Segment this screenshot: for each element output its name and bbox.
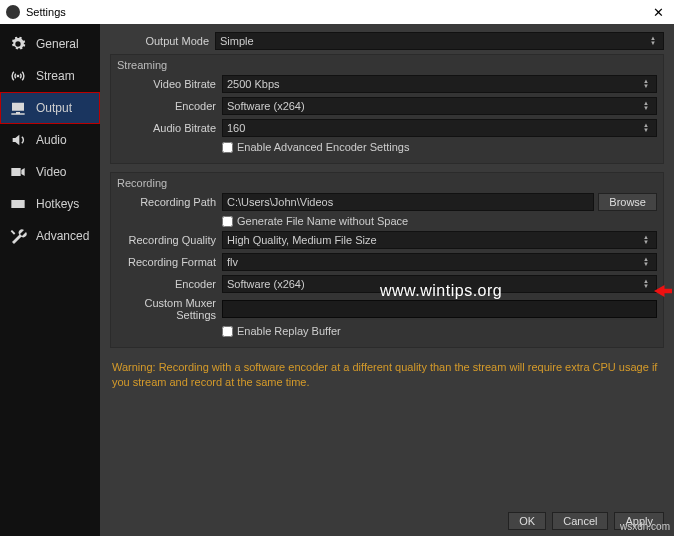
video-icon [8,164,28,180]
recording-title: Recording [117,177,657,189]
content-panel: Output Mode Simple ▲▼ Streaming Video Bi… [100,24,674,536]
chevron-updown-icon: ▲▼ [647,36,659,46]
audio-bitrate-label: Audio Bitrate [117,122,222,134]
recording-quality-label: Recording Quality [117,234,222,246]
apply-button[interactable]: Apply [614,512,664,530]
close-icon[interactable]: ✕ [649,5,668,20]
sidebar-item-label: General [36,37,79,51]
recording-path-input[interactable] [222,193,594,211]
audio-bitrate-select[interactable]: 160▲▼ [222,119,657,137]
keyboard-icon [8,196,28,212]
video-bitrate-input[interactable]: 2500 Kbps▲▼ [222,75,657,93]
stream-encoder-label: Encoder [117,100,222,112]
video-bitrate-label: Video Bitrate [117,78,222,90]
browse-button[interactable]: Browse [598,193,657,211]
rec-encoder-label: Encoder [117,278,222,290]
sidebar-item-general[interactable]: General [0,28,100,60]
chevron-updown-icon: ▲▼ [640,123,652,133]
output-icon [8,100,28,116]
spinner-icon: ▲▼ [640,79,652,89]
stream-encoder-select[interactable]: Software (x264)▲▼ [222,97,657,115]
sidebar-item-video[interactable]: Video [0,156,100,188]
warning-text: Warning: Recording with a software encod… [110,356,664,394]
sidebar-item-hotkeys[interactable]: Hotkeys [0,188,100,220]
muxer-input[interactable] [222,300,657,318]
ok-button[interactable]: OK [508,512,546,530]
arrow-icon [654,284,672,302]
chevron-updown-icon: ▲▼ [640,235,652,245]
recording-format-select[interactable]: flv▲▼ [222,253,657,271]
muxer-label: Custom Muxer Settings [117,297,222,321]
tools-icon [8,228,28,244]
streaming-group: Streaming Video Bitrate 2500 Kbps▲▼ Enco… [110,54,664,164]
sidebar: General Stream Output Audio Video Hotkey… [0,24,100,536]
recording-quality-select[interactable]: High Quality, Medium File Size▲▼ [222,231,657,249]
app-icon [6,5,20,19]
titlebar: Settings ✕ [0,0,674,24]
chevron-updown-icon: ▲▼ [640,279,652,289]
window-title: Settings [26,6,66,18]
sidebar-item-audio[interactable]: Audio [0,124,100,156]
sidebar-item-advanced[interactable]: Advanced [0,220,100,252]
sidebar-item-label: Hotkeys [36,197,79,211]
dialog-buttons: OK Cancel Apply [508,512,664,530]
audio-icon [8,132,28,148]
sidebar-item-label: Audio [36,133,67,147]
output-mode-select[interactable]: Simple ▲▼ [215,32,664,50]
sidebar-item-label: Video [36,165,66,179]
recording-path-label: Recording Path [117,196,222,208]
sidebar-item-stream[interactable]: Stream [0,60,100,92]
sidebar-item-output[interactable]: Output [0,92,100,124]
cancel-button[interactable]: Cancel [552,512,608,530]
gen-no-space-checkbox[interactable]: Generate File Name without Space [222,215,408,227]
sidebar-item-label: Advanced [36,229,89,243]
recording-group: Recording Recording Path Browse Generate… [110,172,664,348]
adv-encoder-checkbox[interactable]: Enable Advanced Encoder Settings [222,141,409,153]
sidebar-item-label: Stream [36,69,75,83]
sidebar-item-label: Output [36,101,72,115]
replay-buffer-checkbox[interactable]: Enable Replay Buffer [222,325,341,337]
output-mode-label: Output Mode [110,35,215,47]
chevron-updown-icon: ▲▼ [640,257,652,267]
rec-encoder-select[interactable]: Software (x264)▲▼ [222,275,657,293]
streaming-title: Streaming [117,59,657,71]
stream-icon [8,68,28,84]
recording-format-label: Recording Format [117,256,222,268]
chevron-updown-icon: ▲▼ [640,101,652,111]
gear-icon [8,36,28,52]
